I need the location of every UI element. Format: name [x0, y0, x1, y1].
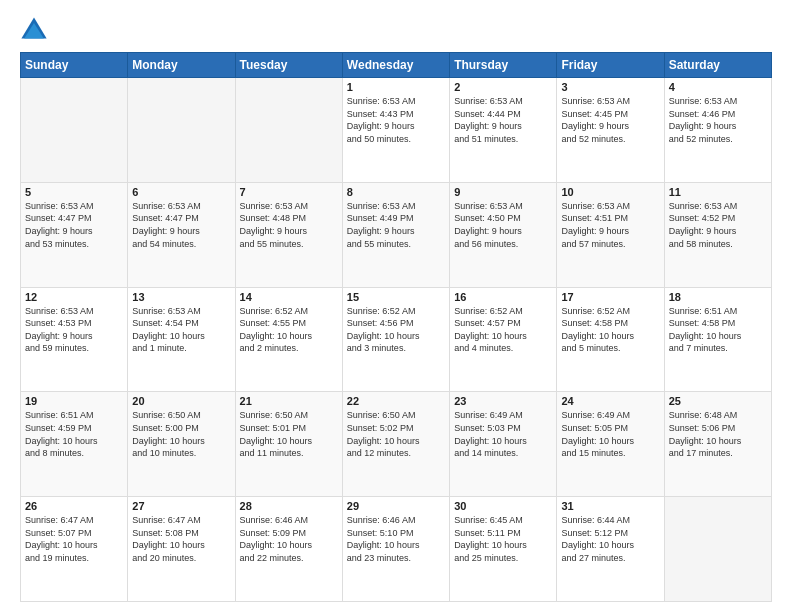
calendar-cell: 30Sunrise: 6:45 AM Sunset: 5:11 PM Dayli…	[450, 497, 557, 602]
header	[20, 16, 772, 44]
calendar-cell: 5Sunrise: 6:53 AM Sunset: 4:47 PM Daylig…	[21, 182, 128, 287]
calendar-cell: 4Sunrise: 6:53 AM Sunset: 4:46 PM Daylig…	[664, 78, 771, 183]
day-info: Sunrise: 6:53 AM Sunset: 4:43 PM Dayligh…	[347, 95, 445, 145]
day-number: 3	[561, 81, 659, 93]
day-info: Sunrise: 6:53 AM Sunset: 4:53 PM Dayligh…	[25, 305, 123, 355]
day-info: Sunrise: 6:53 AM Sunset: 4:52 PM Dayligh…	[669, 200, 767, 250]
day-info: Sunrise: 6:53 AM Sunset: 4:46 PM Dayligh…	[669, 95, 767, 145]
day-info: Sunrise: 6:53 AM Sunset: 4:44 PM Dayligh…	[454, 95, 552, 145]
day-info: Sunrise: 6:46 AM Sunset: 5:09 PM Dayligh…	[240, 514, 338, 564]
calendar-cell: 21Sunrise: 6:50 AM Sunset: 5:01 PM Dayli…	[235, 392, 342, 497]
day-number: 12	[25, 291, 123, 303]
calendar-cell: 2Sunrise: 6:53 AM Sunset: 4:44 PM Daylig…	[450, 78, 557, 183]
day-number: 22	[347, 395, 445, 407]
day-info: Sunrise: 6:53 AM Sunset: 4:47 PM Dayligh…	[25, 200, 123, 250]
day-number: 1	[347, 81, 445, 93]
weekday-header-saturday: Saturday	[664, 53, 771, 78]
calendar-cell: 18Sunrise: 6:51 AM Sunset: 4:58 PM Dayli…	[664, 287, 771, 392]
calendar-table: SundayMondayTuesdayWednesdayThursdayFrid…	[20, 52, 772, 602]
day-number: 13	[132, 291, 230, 303]
calendar-cell: 23Sunrise: 6:49 AM Sunset: 5:03 PM Dayli…	[450, 392, 557, 497]
calendar-cell: 17Sunrise: 6:52 AM Sunset: 4:58 PM Dayli…	[557, 287, 664, 392]
day-info: Sunrise: 6:49 AM Sunset: 5:03 PM Dayligh…	[454, 409, 552, 459]
day-number: 20	[132, 395, 230, 407]
calendar-cell: 29Sunrise: 6:46 AM Sunset: 5:10 PM Dayli…	[342, 497, 449, 602]
day-number: 14	[240, 291, 338, 303]
day-info: Sunrise: 6:52 AM Sunset: 4:58 PM Dayligh…	[561, 305, 659, 355]
day-number: 10	[561, 186, 659, 198]
calendar-cell: 6Sunrise: 6:53 AM Sunset: 4:47 PM Daylig…	[128, 182, 235, 287]
day-number: 17	[561, 291, 659, 303]
calendar-week-row: 12Sunrise: 6:53 AM Sunset: 4:53 PM Dayli…	[21, 287, 772, 392]
weekday-header-sunday: Sunday	[21, 53, 128, 78]
day-info: Sunrise: 6:53 AM Sunset: 4:50 PM Dayligh…	[454, 200, 552, 250]
day-number: 18	[669, 291, 767, 303]
day-info: Sunrise: 6:52 AM Sunset: 4:57 PM Dayligh…	[454, 305, 552, 355]
day-number: 25	[669, 395, 767, 407]
day-info: Sunrise: 6:53 AM Sunset: 4:54 PM Dayligh…	[132, 305, 230, 355]
day-number: 7	[240, 186, 338, 198]
day-info: Sunrise: 6:50 AM Sunset: 5:00 PM Dayligh…	[132, 409, 230, 459]
calendar-cell: 22Sunrise: 6:50 AM Sunset: 5:02 PM Dayli…	[342, 392, 449, 497]
day-number: 4	[669, 81, 767, 93]
day-number: 26	[25, 500, 123, 512]
day-info: Sunrise: 6:50 AM Sunset: 5:01 PM Dayligh…	[240, 409, 338, 459]
day-info: Sunrise: 6:45 AM Sunset: 5:11 PM Dayligh…	[454, 514, 552, 564]
calendar-cell: 25Sunrise: 6:48 AM Sunset: 5:06 PM Dayli…	[664, 392, 771, 497]
calendar-cell: 7Sunrise: 6:53 AM Sunset: 4:48 PM Daylig…	[235, 182, 342, 287]
calendar-cell	[21, 78, 128, 183]
calendar-cell: 19Sunrise: 6:51 AM Sunset: 4:59 PM Dayli…	[21, 392, 128, 497]
logo	[20, 16, 54, 44]
weekday-header-monday: Monday	[128, 53, 235, 78]
day-info: Sunrise: 6:52 AM Sunset: 4:56 PM Dayligh…	[347, 305, 445, 355]
day-info: Sunrise: 6:52 AM Sunset: 4:55 PM Dayligh…	[240, 305, 338, 355]
calendar-cell	[664, 497, 771, 602]
calendar-cell: 24Sunrise: 6:49 AM Sunset: 5:05 PM Dayli…	[557, 392, 664, 497]
weekday-header-friday: Friday	[557, 53, 664, 78]
calendar-cell: 26Sunrise: 6:47 AM Sunset: 5:07 PM Dayli…	[21, 497, 128, 602]
day-info: Sunrise: 6:46 AM Sunset: 5:10 PM Dayligh…	[347, 514, 445, 564]
calendar-cell: 8Sunrise: 6:53 AM Sunset: 4:49 PM Daylig…	[342, 182, 449, 287]
day-number: 31	[561, 500, 659, 512]
day-info: Sunrise: 6:53 AM Sunset: 4:51 PM Dayligh…	[561, 200, 659, 250]
day-info: Sunrise: 6:53 AM Sunset: 4:45 PM Dayligh…	[561, 95, 659, 145]
calendar-cell: 13Sunrise: 6:53 AM Sunset: 4:54 PM Dayli…	[128, 287, 235, 392]
weekday-header-wednesday: Wednesday	[342, 53, 449, 78]
day-number: 5	[25, 186, 123, 198]
day-number: 15	[347, 291, 445, 303]
day-info: Sunrise: 6:53 AM Sunset: 4:49 PM Dayligh…	[347, 200, 445, 250]
day-number: 6	[132, 186, 230, 198]
day-info: Sunrise: 6:47 AM Sunset: 5:07 PM Dayligh…	[25, 514, 123, 564]
calendar-cell: 3Sunrise: 6:53 AM Sunset: 4:45 PM Daylig…	[557, 78, 664, 183]
calendar-cell: 27Sunrise: 6:47 AM Sunset: 5:08 PM Dayli…	[128, 497, 235, 602]
day-info: Sunrise: 6:49 AM Sunset: 5:05 PM Dayligh…	[561, 409, 659, 459]
day-number: 8	[347, 186, 445, 198]
day-number: 23	[454, 395, 552, 407]
calendar-week-row: 5Sunrise: 6:53 AM Sunset: 4:47 PM Daylig…	[21, 182, 772, 287]
calendar-cell: 12Sunrise: 6:53 AM Sunset: 4:53 PM Dayli…	[21, 287, 128, 392]
calendar-cell	[235, 78, 342, 183]
calendar-cell: 11Sunrise: 6:53 AM Sunset: 4:52 PM Dayli…	[664, 182, 771, 287]
day-number: 28	[240, 500, 338, 512]
weekday-header-tuesday: Tuesday	[235, 53, 342, 78]
calendar-cell: 15Sunrise: 6:52 AM Sunset: 4:56 PM Dayli…	[342, 287, 449, 392]
day-number: 11	[669, 186, 767, 198]
calendar-cell: 28Sunrise: 6:46 AM Sunset: 5:09 PM Dayli…	[235, 497, 342, 602]
day-number: 30	[454, 500, 552, 512]
page: SundayMondayTuesdayWednesdayThursdayFrid…	[0, 0, 792, 612]
calendar-cell: 10Sunrise: 6:53 AM Sunset: 4:51 PM Dayli…	[557, 182, 664, 287]
day-info: Sunrise: 6:50 AM Sunset: 5:02 PM Dayligh…	[347, 409, 445, 459]
weekday-header-row: SundayMondayTuesdayWednesdayThursdayFrid…	[21, 53, 772, 78]
calendar-cell: 1Sunrise: 6:53 AM Sunset: 4:43 PM Daylig…	[342, 78, 449, 183]
day-info: Sunrise: 6:44 AM Sunset: 5:12 PM Dayligh…	[561, 514, 659, 564]
day-number: 9	[454, 186, 552, 198]
day-number: 2	[454, 81, 552, 93]
day-info: Sunrise: 6:47 AM Sunset: 5:08 PM Dayligh…	[132, 514, 230, 564]
calendar-cell: 20Sunrise: 6:50 AM Sunset: 5:00 PM Dayli…	[128, 392, 235, 497]
calendar-week-row: 26Sunrise: 6:47 AM Sunset: 5:07 PM Dayli…	[21, 497, 772, 602]
calendar-week-row: 1Sunrise: 6:53 AM Sunset: 4:43 PM Daylig…	[21, 78, 772, 183]
day-number: 29	[347, 500, 445, 512]
day-number: 16	[454, 291, 552, 303]
day-number: 24	[561, 395, 659, 407]
calendar-cell: 9Sunrise: 6:53 AM Sunset: 4:50 PM Daylig…	[450, 182, 557, 287]
